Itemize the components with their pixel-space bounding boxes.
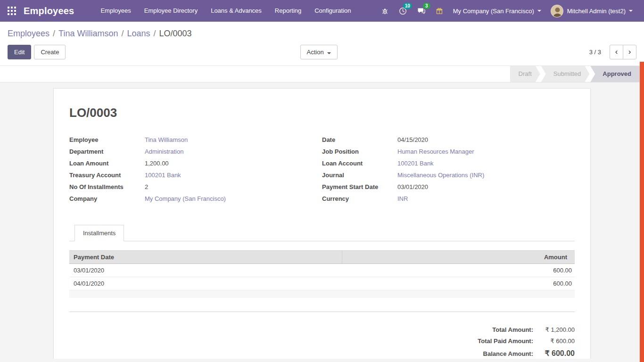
status-strip: Draft Submitted Approved <box>0 66 644 82</box>
balance-amount-label: Balance Amount: <box>483 350 533 357</box>
menu-configuration[interactable]: Configuration <box>308 0 357 22</box>
field-job-position[interactable]: Human Resources Manager <box>397 148 474 155</box>
breadcrumb-employees[interactable]: Employees <box>8 29 50 38</box>
label-journal: Journal <box>322 172 397 179</box>
menu-loans-advances[interactable]: Loans & Advances <box>204 0 268 22</box>
breadcrumb-separator: / <box>150 29 159 38</box>
label-loan-account: Loan Account <box>322 160 397 167</box>
control-panel: Employees/Tina Williamson/Loans/LO/0003 … <box>0 22 644 66</box>
breadcrumb-tina-williamson[interactable]: Tina Williamson <box>58 29 118 38</box>
top-navbar: Employees Employees Employee Directory L… <box>0 0 644 22</box>
field-installments-count: 2 <box>145 183 148 190</box>
field-date: 04/15/2020 <box>397 136 428 143</box>
table-row[interactable]: 04/01/2020 600.00 <box>69 277 575 290</box>
balance-amount-value: ₹ 600.00 <box>533 349 575 358</box>
label-currency: Currency <box>322 195 397 202</box>
cell-payment-date[interactable]: 04/01/2020 <box>69 277 342 290</box>
status-step-approved[interactable]: Approved <box>590 66 640 82</box>
installments-table: Payment Date Amount 03/01/2020 600.00 04… <box>69 250 575 312</box>
activities-badge: 10 <box>403 3 412 9</box>
app-title[interactable]: Employees <box>24 6 74 16</box>
cell-payment-date[interactable]: 03/01/2020 <box>69 264 342 277</box>
company-name: My Company (San Francisco) <box>453 8 534 15</box>
table-filler-row <box>69 305 575 312</box>
pager-count: 3 / 3 <box>589 49 601 56</box>
record-title: LO/0003 <box>69 106 575 120</box>
field-department[interactable]: Administration <box>145 148 183 155</box>
field-employee[interactable]: Tina Williamson <box>145 136 188 143</box>
total-amount-label: Total Amount: <box>492 326 533 333</box>
statusbar: Draft Submitted Approved <box>509 66 640 82</box>
chevron-down-icon <box>327 52 331 54</box>
column-header-amount[interactable]: Amount <box>342 251 575 264</box>
total-amount-value: ₹ 1,200.00 <box>533 326 575 333</box>
pager: 3 / 3 ‹ › <box>589 45 636 59</box>
company-switcher[interactable]: My Company (San Francisco) <box>448 0 546 22</box>
breadcrumb: Employees/Tina Williamson/Loans/LO/0003 <box>0 22 644 41</box>
table-header-row: Payment Date Amount <box>69 251 575 264</box>
debug-icon[interactable] <box>376 0 394 22</box>
menu-employee-directory[interactable]: Employee Directory <box>138 0 204 22</box>
messages-badge: 3 <box>423 3 430 9</box>
bug-icon <box>381 8 388 15</box>
field-loan-account[interactable]: 100201 Bank <box>397 160 434 167</box>
field-treasury-account[interactable]: 100201 Bank <box>145 172 181 179</box>
label-payment-start-date: Payment Start Date <box>322 183 397 190</box>
chevron-down-icon <box>629 10 633 12</box>
breadcrumb-loans[interactable]: Loans <box>127 29 150 38</box>
totals: Total Amount: ₹ 1,200.00 Total Paid Amou… <box>69 326 575 358</box>
table-row[interactable]: 03/01/2020 600.00 <box>69 264 575 277</box>
breadcrumb-separator: / <box>118 29 127 38</box>
field-loan-amount: 1,200.00 <box>145 160 169 167</box>
action-dropdown[interactable]: Action <box>300 45 338 59</box>
field-currency[interactable]: INR <box>397 195 408 202</box>
cell-amount[interactable]: 600.00 <box>342 277 575 290</box>
scrollbar[interactable] <box>640 62 644 362</box>
menu-reporting[interactable]: Reporting <box>268 0 308 22</box>
total-paid-value: ₹ 600.00 <box>533 337 575 345</box>
avatar <box>551 5 563 17</box>
user-menu[interactable]: Mitchell Admin (test2) <box>546 0 637 22</box>
status-step-draft[interactable]: Draft <box>510 66 540 82</box>
pager-previous-button[interactable]: ‹ <box>610 45 623 59</box>
tab-installments[interactable]: Installments <box>74 225 124 241</box>
edit-button[interactable]: Edit <box>8 45 31 59</box>
breadcrumb-current: LO/0003 <box>159 29 192 38</box>
chevron-down-icon <box>537 10 541 12</box>
form-view: LO/0003 EmployeeTina Williamson Departme… <box>0 82 644 359</box>
total-paid-label: Total Paid Amount: <box>478 337 533 345</box>
status-step-submitted[interactable]: Submitted <box>541 66 590 82</box>
action-label: Action <box>307 49 324 56</box>
activities-menu[interactable]: 10 <box>394 0 412 22</box>
label-job-position: Job Position <box>322 148 397 155</box>
field-payment-start-date: 03/01/2020 <box>397 183 428 190</box>
table-filler-row <box>69 298 575 305</box>
pager-next-button[interactable]: › <box>623 45 636 59</box>
notebook: Installments Payment Date Amount 03/01/2… <box>69 225 575 358</box>
breadcrumb-separator: / <box>50 29 58 38</box>
field-grid: EmployeeTina Williamson DepartmentAdmini… <box>69 136 575 207</box>
rainbow-man-menu[interactable] <box>430 0 448 22</box>
label-date: Date <box>322 136 397 143</box>
label-department: Department <box>69 148 145 155</box>
label-installments-count: No Of Installments <box>69 183 145 190</box>
label-company: Company <box>69 195 145 202</box>
user-name: Mitchell Admin (test2) <box>567 8 626 15</box>
form-sheet: LO/0003 EmployeeTina Williamson Departme… <box>53 88 591 359</box>
field-company[interactable]: My Company (San Francisco) <box>145 195 226 202</box>
label-loan-amount: Loan Amount <box>69 160 145 167</box>
column-header-payment-date[interactable]: Payment Date <box>69 251 342 264</box>
create-button[interactable]: Create <box>34 45 66 59</box>
field-journal[interactable]: Miscellaneous Operations (INR) <box>397 172 484 179</box>
label-treasury-account: Treasury Account <box>69 172 145 179</box>
menu-employees[interactable]: Employees <box>94 0 137 22</box>
messages-menu[interactable]: 3 <box>412 0 430 22</box>
label-employee: Employee <box>69 136 145 143</box>
cell-amount[interactable]: 600.00 <box>342 264 575 277</box>
apps-menu-icon[interactable] <box>8 7 16 15</box>
gift-icon <box>436 7 443 15</box>
table-filler-row <box>69 290 575 298</box>
